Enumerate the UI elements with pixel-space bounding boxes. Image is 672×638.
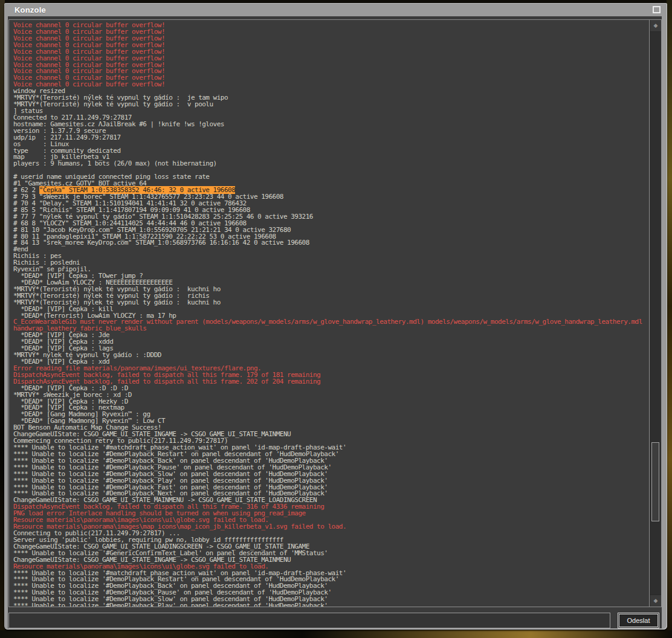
console-window: Konzole Voice channel 0 circular buffer … <box>4 3 667 630</box>
window-title: Konzole <box>15 5 46 14</box>
send-button[interactable]: Odeslat <box>618 613 659 628</box>
console-line: #end <box>13 246 648 253</box>
console-line: Richiis : posledni <box>13 260 648 266</box>
console-line: Richiis : pes <box>13 253 648 260</box>
game-world-edge-right <box>667 0 672 638</box>
scroll-down-button[interactable]: ◆ <box>650 594 661 607</box>
scroll-down-icon: ◆ <box>654 598 658 604</box>
scrollbar-thumb[interactable] <box>651 442 659 521</box>
console-line: *MRTVÝ*(Teroristé) nýlek té vypnul ty gá… <box>13 102 648 108</box>
console-line: udp/ip : 217.11.249.79:27817 <box>13 135 648 141</box>
scroll-up-icon: ◆ <box>654 22 658 28</box>
console-line: hostname: Gamesites.cz ΛJailBreak #6 | !… <box>13 121 648 128</box>
console-line: Voice channel 0 circular buffer overflow… <box>13 82 648 88</box>
restore-icon[interactable] <box>653 6 661 13</box>
game-world-edge-bottom <box>0 630 672 638</box>
console-line: players : 9 humans, 1 bots (26/0 max) (n… <box>13 161 648 167</box>
scroll-up-button[interactable]: ◆ <box>650 20 661 32</box>
console-line: **** Unable to localize '#DemoPlayback_P… <box>13 603 648 607</box>
console-line: # 84 13 "šrek_moree KeyDrop.com" STEAM_1… <box>13 240 648 246</box>
command-input[interactable] <box>8 613 610 628</box>
titlebar[interactable]: Konzole <box>4 3 667 16</box>
scrollbar[interactable]: ◆ ◆ <box>649 20 661 607</box>
console-output-area[interactable]: Voice channel 0 circular buffer overflow… <box>8 19 662 607</box>
console-panel: Voice channel 0 circular buffer overflow… <box>8 16 662 628</box>
console-output[interactable]: Voice channel 0 circular buffer overflow… <box>9 20 648 607</box>
